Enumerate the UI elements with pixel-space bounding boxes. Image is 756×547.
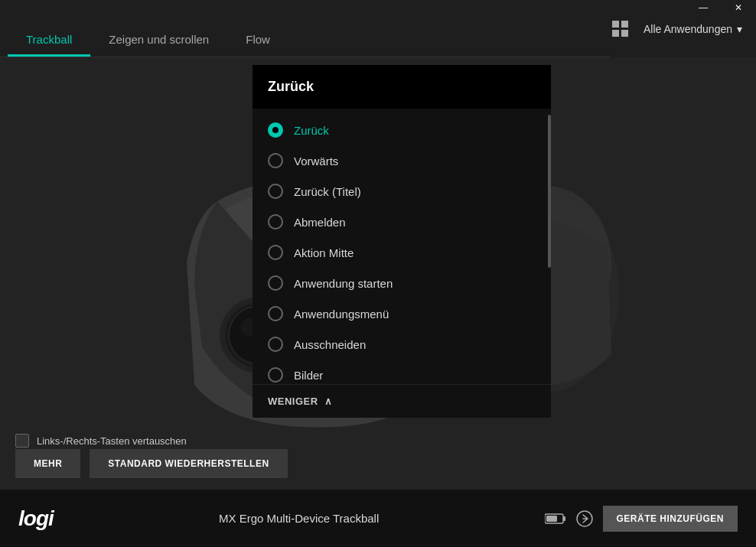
dropdown-title: Zurück <box>268 79 314 94</box>
footer: logi MX Ergo Multi-Device Trackball GERÄ… <box>0 490 756 547</box>
radio-circle-anwendungsmenu <box>268 306 283 321</box>
dropdown-item-vorwarts[interactable]: Vorwärts <box>253 145 551 176</box>
chevron-down-icon: ▾ <box>737 23 742 35</box>
mehr-button[interactable]: MEHR <box>15 449 80 478</box>
radio-circle-ausschneiden <box>268 337 283 352</box>
tab-bar: Trackball Zeigen und scrollen Flow <box>0 0 687 57</box>
bottom-buttons: MEHR STANDARD WIEDERHERSTELLEN <box>15 449 288 478</box>
checkbox-area: Links-/Rechts-Tasten vertauschen <box>15 434 187 448</box>
dropdown-item-label-bilder: Bilder <box>294 369 323 382</box>
dropdown-footer-weniger[interactable]: WENIGER ∧ <box>253 384 551 418</box>
swap-buttons-label: Links-/Rechts-Tasten vertauschen <box>37 435 187 447</box>
minimize-button[interactable]: — <box>686 0 721 18</box>
tab-trackball[interactable]: Trackball <box>8 22 90 57</box>
radio-circle-vorwarts <box>268 153 283 168</box>
dropdown-header: Zurück <box>253 65 551 109</box>
logi-logo: logi <box>18 506 54 531</box>
dropdown-item-zuruck_titel[interactable]: Zurück (Titel) <box>253 176 551 207</box>
bluetooth-icon <box>575 510 594 528</box>
battery-icon <box>545 512 566 526</box>
dropdown-item-label-abmelden: Abmelden <box>294 216 346 229</box>
radio-circle-zuruck_titel <box>268 184 283 199</box>
footer-right: GERÄTE HINZUFÜGEN <box>545 506 738 532</box>
radio-circle-anwendung_starten <box>268 275 283 291</box>
dropdown-item-label-ausschneiden: Ausschneiden <box>294 338 366 351</box>
dropdown-popup: Zurück ZurückVorwärtsZurück (Titel)Abmel… <box>253 65 551 418</box>
chevron-up-icon: ∧ <box>324 396 333 407</box>
add-device-button[interactable]: GERÄTE HINZUFÜGEN <box>603 506 738 532</box>
dropdown-item-label-anwendung_starten: Anwendung starten <box>294 277 393 290</box>
tab-zeigen[interactable]: Zeigen und scrollen <box>90 22 227 57</box>
standard-wiederherstellen-button[interactable]: STANDARD WIEDERHERSTELLEN <box>90 449 287 478</box>
dropdown-item-label-zuruck: Zurück <box>294 124 329 137</box>
dropdown-item-abmelden[interactable]: Abmelden <box>253 207 551 237</box>
dropdown-item-label-aktion_mitte: Aktion Mitte <box>294 246 354 259</box>
device-name: MX Ergo Multi-Device Trackball <box>219 512 379 525</box>
app-selector[interactable]: Alle Anwendungen ▾ <box>637 20 748 38</box>
dropdown-item-label-vorwarts: Vorwärts <box>294 155 338 168</box>
dropdown-item-ausschneiden[interactable]: Ausschneiden <box>253 329 551 360</box>
dropdown-item-bilder[interactable]: Bilder <box>253 360 551 384</box>
svg-rect-23 <box>546 516 557 522</box>
grid-icon[interactable] <box>610 18 631 40</box>
svg-rect-22 <box>563 516 565 521</box>
dropdown-item-zuruck[interactable]: Zurück <box>253 115 551 145</box>
radio-circle-aktion_mitte <box>268 245 283 260</box>
weniger-label: WENIGER <box>268 396 318 407</box>
app-selector-label: Alle Anwendungen <box>644 23 732 35</box>
title-bar: — ✕ <box>686 0 756 15</box>
radio-circle-bilder <box>268 367 283 383</box>
close-button[interactable]: ✕ <box>721 0 756 18</box>
radio-circle-abmelden <box>268 214 283 230</box>
swap-buttons-checkbox[interactable] <box>15 434 29 448</box>
dropdown-item-anwendungsmenu[interactable]: Anwendungsmenü <box>253 298 551 329</box>
dropdown-list[interactable]: ZurückVorwärtsZurück (Titel)AbmeldenAkti… <box>253 109 551 384</box>
radio-circle-zuruck <box>268 122 283 138</box>
dropdown-item-label-anwendungsmenu: Anwendungsmenü <box>294 308 389 321</box>
tab-flow[interactable]: Flow <box>227 22 288 57</box>
dropdown-item-aktion_mitte[interactable]: Aktion Mitte <box>253 237 551 268</box>
dropdown-item-anwendung_starten[interactable]: Anwendung starten <box>253 268 551 298</box>
dropdown-item-label-zuruck_titel: Zurück (Titel) <box>294 185 361 198</box>
